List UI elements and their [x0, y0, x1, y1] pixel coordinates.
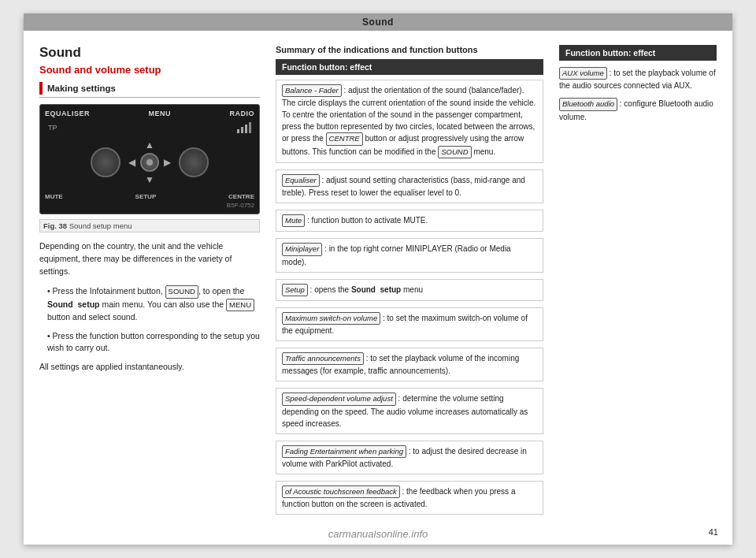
centre-tag: CENTRE [326, 132, 363, 145]
sound-setup-bold2: Sound setup [351, 285, 401, 294]
body-text-1: Depending on the country, the unit and t… [39, 240, 260, 277]
function-item-miniplayer: Miniplayer : in the top right corner MIN… [276, 238, 543, 272]
arrow-left-icon: ◀ [128, 157, 135, 168]
balance-fader-tag: Balance - Fader [282, 84, 342, 97]
arrow-controls: ▲ ◀ ▶ ▼ [128, 140, 171, 185]
centre-label: CENTRE [228, 193, 254, 200]
page-number: 41 [709, 527, 718, 537]
arrow-right-icon: ▶ [164, 157, 171, 168]
left-column: Sound Sound and volume setup Making sett… [39, 45, 260, 521]
body-text-2: All settings are applied instantaneously… [39, 361, 260, 374]
sound-button-inline: SOUND [165, 285, 198, 298]
right-column: Function button: effect AUX volume : to … [559, 45, 717, 521]
setup-text: : opens the Sound setup menu [310, 285, 423, 294]
device-bottom-row: MUTE SETUP CENTRE [45, 193, 254, 200]
sound-setup-bold: Sound setup [47, 299, 100, 309]
device-id: B5F-0752 [45, 202, 254, 209]
making-settings-label: Making settings [39, 82, 260, 98]
device-top-row: EQUALISER MENU RADIO [45, 110, 254, 117]
function-item-fading: Fading Entertainment when parking : to a… [276, 441, 543, 474]
header-title: Sound [362, 17, 394, 28]
arrow-middle-row: ◀ ▶ [128, 153, 171, 172]
section-subtitle: Sound and volume setup [39, 64, 260, 76]
speed-tag: Speed-dependent volume adjust [282, 392, 396, 405]
arrow-down-icon: ▼ [145, 174, 154, 185]
mute-tag: Mute [282, 214, 305, 227]
miniplayer-tag: Miniplayer [282, 243, 322, 255]
setup-tag: Setup [282, 284, 308, 296]
mute-label: MUTE [45, 193, 63, 200]
maxvol-tag: Maximum switch-on volume [282, 312, 380, 325]
mute-text: : function button to activate MUTE. [307, 216, 428, 225]
left-knob [91, 147, 120, 177]
menu-button-inline: MENU [226, 299, 254, 311]
bullet1-cont3: button and select sound. [47, 312, 137, 322]
function-item-balance: Balance - Fader : adjust the orientation… [276, 80, 543, 163]
function-box-right: Function button: effect [559, 45, 717, 61]
function-item-traffic: Traffic announcements : to set the playb… [276, 348, 543, 381]
acoustic-tag: of Acoustic touchscreen feedback [282, 485, 400, 498]
function-item-equaliser: Equaliser : adjust sound setting charact… [276, 169, 543, 203]
summary-title: Summary of the indications and function … [276, 45, 543, 54]
menu-label: MENU [149, 110, 172, 117]
device-image: EQUALISER MENU RADIO TP [39, 104, 260, 214]
right-knob [179, 147, 209, 177]
function-item-setup: Setup : opens the Sound setup menu [276, 279, 543, 301]
traffic-tag: Traffic announcements [282, 352, 364, 365]
function-item-speed: Speed-dependent volume adjust : determin… [276, 388, 543, 433]
fig-text: Sound setup menu [69, 221, 132, 230]
fig-label: Fig. 38 [43, 221, 67, 230]
bullet-2: Press the function button corresponding … [39, 330, 260, 355]
page-header: Sound [24, 13, 732, 31]
function-item-maxvol: Maximum switch-on volume : to set the ma… [276, 307, 543, 341]
balance-text3: menu. [473, 147, 495, 156]
bullet1-text: Press the Infotainment button, [53, 286, 165, 296]
watermark: carmanualsonline.info [328, 528, 428, 540]
equaliser-tag: Equaliser [282, 174, 320, 187]
tp-label: TP [48, 124, 57, 132]
device-knob-area: ▲ ◀ ▶ ▼ [45, 135, 254, 190]
bluetooth-audio-tag: Bluetooth audio [559, 98, 617, 110]
page: Sound Sound Sound and volume setup Makin… [24, 13, 732, 545]
function-item-acoustic: of Acoustic touchscreen feedback : the f… [276, 481, 543, 515]
fig-caption: Fig. 38 Sound setup menu [39, 219, 260, 232]
bullet-1: Press the Infotainment button, SOUND, to… [39, 285, 260, 323]
arrow-up-icon: ▲ [145, 140, 154, 151]
function-item-mute: Mute : function button to activate MUTE. [276, 210, 543, 232]
function-box-middle: Function button: effect [276, 59, 543, 75]
fading-tag: Fading Entertainment when parking [282, 445, 406, 458]
signal-bars [237, 122, 251, 133]
center-button [140, 153, 159, 172]
setup-label: SETUP [135, 193, 157, 200]
sound-tag: SOUND [438, 146, 471, 158]
section-title: Sound [39, 45, 260, 61]
radio-label: RADIO [229, 110, 254, 117]
middle-column: Summary of the indications and function … [276, 45, 543, 521]
aux-volume-tag: AUX volume [559, 67, 607, 80]
equaliser-label: EQUALISER [45, 110, 90, 117]
right-item-aux: AUX volume : to set the playback volume … [559, 67, 717, 91]
right-item-bluetooth: Bluetooth audio : configure Bluetooth au… [559, 98, 717, 122]
page-content: Sound Sound and volume setup Making sett… [24, 31, 732, 545]
